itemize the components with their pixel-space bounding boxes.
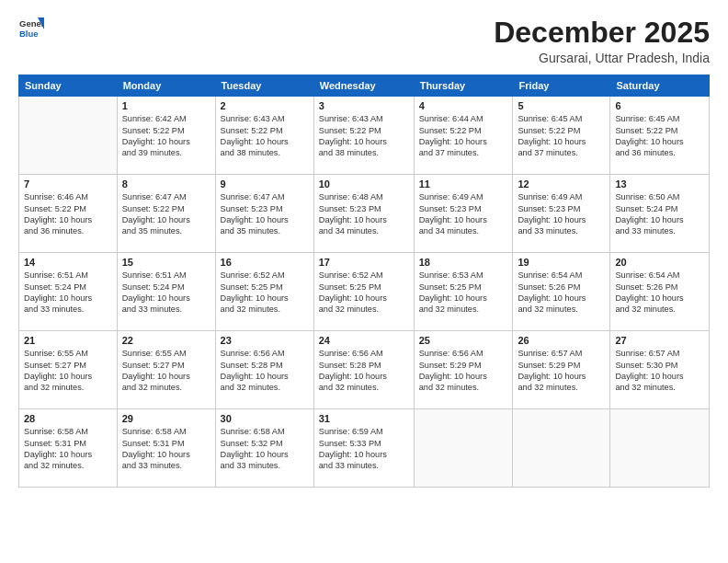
day-detail: Sunrise: 6:49 AMSunset: 5:23 PMDaylight:… [419,191,508,237]
day-detail: Sunrise: 6:57 AMSunset: 5:30 PMDaylight:… [615,348,704,394]
day-detail: Sunrise: 6:45 AMSunset: 5:22 PMDaylight:… [518,113,605,159]
table-row: 10Sunrise: 6:48 AMSunset: 5:23 PMDayligh… [313,175,414,253]
day-number: 28 [24,413,112,424]
day-number: 31 [319,413,409,424]
title-block: December 2025 Gursarai, Uttar Pradesh, I… [494,17,710,65]
day-number: 13 [615,178,704,190]
weekday-saturday: Saturday [610,75,710,97]
day-detail: Sunrise: 6:43 AMSunset: 5:22 PMDaylight:… [319,113,409,159]
weekday-tuesday: Tuesday [215,75,313,97]
day-number: 21 [24,335,112,346]
week-row-3: 14Sunrise: 6:51 AMSunset: 5:24 PMDayligh… [19,253,710,331]
day-detail: Sunrise: 6:46 AMSunset: 5:22 PMDaylight:… [24,191,112,237]
header: General Blue December 2025 Gursarai, Utt… [18,17,710,65]
table-row: 14Sunrise: 6:51 AMSunset: 5:24 PMDayligh… [19,253,118,331]
day-detail: Sunrise: 6:57 AMSunset: 5:29 PMDaylight:… [518,348,605,394]
day-number: 10 [319,178,409,190]
table-row: 28Sunrise: 6:58 AMSunset: 5:31 PMDayligh… [19,409,118,488]
table-row: 6Sunrise: 6:45 AMSunset: 5:22 PMDaylight… [610,97,710,175]
day-detail: Sunrise: 6:54 AMSunset: 5:26 PMDaylight:… [615,270,704,316]
table-row: 20Sunrise: 6:54 AMSunset: 5:26 PMDayligh… [610,253,710,331]
day-number: 20 [615,257,704,268]
month-title: December 2025 [494,17,710,49]
table-row: 27Sunrise: 6:57 AMSunset: 5:30 PMDayligh… [610,331,710,409]
table-row [513,409,610,488]
table-row: 29Sunrise: 6:58 AMSunset: 5:31 PMDayligh… [117,409,215,488]
day-number: 8 [122,178,210,190]
day-number: 25 [419,335,508,346]
table-row: 5Sunrise: 6:45 AMSunset: 5:22 PMDaylight… [513,97,610,175]
day-number: 30 [221,413,309,424]
calendar-header: SundayMondayTuesdayWednesdayThursdayFrid… [19,75,710,97]
weekday-monday: Monday [117,75,215,97]
calendar-body: 1Sunrise: 6:42 AMSunset: 5:22 PMDaylight… [19,97,710,488]
day-detail: Sunrise: 6:58 AMSunset: 5:32 PMDaylight:… [221,426,309,472]
week-row-4: 21Sunrise: 6:55 AMSunset: 5:27 PMDayligh… [19,331,710,409]
table-row: 26Sunrise: 6:57 AMSunset: 5:29 PMDayligh… [513,331,610,409]
day-detail: Sunrise: 6:52 AMSunset: 5:25 PMDaylight:… [319,270,409,316]
day-detail: Sunrise: 6:48 AMSunset: 5:23 PMDaylight:… [319,191,409,237]
table-row: 3Sunrise: 6:43 AMSunset: 5:22 PMDaylight… [313,97,414,175]
day-detail: Sunrise: 6:45 AMSunset: 5:22 PMDaylight:… [615,113,704,159]
table-row: 25Sunrise: 6:56 AMSunset: 5:29 PMDayligh… [414,331,513,409]
day-detail: Sunrise: 6:53 AMSunset: 5:25 PMDaylight:… [419,270,508,316]
week-row-1: 1Sunrise: 6:42 AMSunset: 5:22 PMDaylight… [19,97,710,175]
day-number: 7 [24,178,112,190]
day-number: 4 [419,100,508,111]
day-number: 22 [122,335,210,346]
table-row [610,409,710,488]
logo-svg: General Blue [18,17,44,42]
day-detail: Sunrise: 6:50 AMSunset: 5:24 PMDaylight:… [615,191,704,237]
table-row: 19Sunrise: 6:54 AMSunset: 5:26 PMDayligh… [513,253,610,331]
table-row: 24Sunrise: 6:56 AMSunset: 5:28 PMDayligh… [313,331,414,409]
weekday-wednesday: Wednesday [313,75,414,97]
table-row: 8Sunrise: 6:47 AMSunset: 5:22 PMDaylight… [117,175,215,253]
table-row: 21Sunrise: 6:55 AMSunset: 5:27 PMDayligh… [19,331,118,409]
table-row: 9Sunrise: 6:47 AMSunset: 5:23 PMDaylight… [215,175,313,253]
day-number: 3 [319,100,409,111]
location-subtitle: Gursarai, Uttar Pradesh, India [494,51,710,65]
day-number: 5 [518,100,605,111]
day-detail: Sunrise: 6:43 AMSunset: 5:22 PMDaylight:… [221,113,309,159]
day-number: 17 [319,257,409,268]
calendar-table: SundayMondayTuesdayWednesdayThursdayFrid… [18,75,710,488]
day-detail: Sunrise: 6:51 AMSunset: 5:24 PMDaylight:… [122,270,210,316]
table-row: 31Sunrise: 6:59 AMSunset: 5:33 PMDayligh… [313,409,414,488]
table-row: 17Sunrise: 6:52 AMSunset: 5:25 PMDayligh… [313,253,414,331]
table-row: 7Sunrise: 6:46 AMSunset: 5:22 PMDaylight… [19,175,118,253]
table-row: 2Sunrise: 6:43 AMSunset: 5:22 PMDaylight… [215,97,313,175]
table-row: 12Sunrise: 6:49 AMSunset: 5:23 PMDayligh… [513,175,610,253]
page: General Blue December 2025 Gursarai, Utt… [0,0,728,563]
day-number: 16 [221,257,309,268]
day-number: 15 [122,257,210,268]
table-row: 30Sunrise: 6:58 AMSunset: 5:32 PMDayligh… [215,409,313,488]
day-detail: Sunrise: 6:44 AMSunset: 5:22 PMDaylight:… [419,113,508,159]
day-number: 18 [419,257,508,268]
day-detail: Sunrise: 6:47 AMSunset: 5:22 PMDaylight:… [122,191,210,237]
day-number: 23 [221,335,309,346]
day-detail: Sunrise: 6:42 AMSunset: 5:22 PMDaylight:… [122,113,210,159]
day-detail: Sunrise: 6:47 AMSunset: 5:23 PMDaylight:… [221,191,309,237]
day-number: 2 [221,100,309,111]
week-row-5: 28Sunrise: 6:58 AMSunset: 5:31 PMDayligh… [19,409,710,488]
day-number: 12 [518,178,605,190]
day-detail: Sunrise: 6:55 AMSunset: 5:27 PMDaylight:… [122,348,210,394]
day-number: 11 [419,178,508,190]
logo: General Blue [18,17,44,42]
day-detail: Sunrise: 6:59 AMSunset: 5:33 PMDaylight:… [319,426,409,472]
table-row: 1Sunrise: 6:42 AMSunset: 5:22 PMDaylight… [117,97,215,175]
day-detail: Sunrise: 6:51 AMSunset: 5:24 PMDaylight:… [24,270,112,316]
day-number: 26 [518,335,605,346]
week-row-2: 7Sunrise: 6:46 AMSunset: 5:22 PMDaylight… [19,175,710,253]
day-number: 14 [24,257,112,268]
day-number: 6 [615,100,704,111]
day-detail: Sunrise: 6:55 AMSunset: 5:27 PMDaylight:… [24,348,112,394]
table-row: 22Sunrise: 6:55 AMSunset: 5:27 PMDayligh… [117,331,215,409]
weekday-thursday: Thursday [414,75,513,97]
table-row: 13Sunrise: 6:50 AMSunset: 5:24 PMDayligh… [610,175,710,253]
table-row: 15Sunrise: 6:51 AMSunset: 5:24 PMDayligh… [117,253,215,331]
day-detail: Sunrise: 6:52 AMSunset: 5:25 PMDaylight:… [221,270,309,316]
day-detail: Sunrise: 6:56 AMSunset: 5:28 PMDaylight:… [319,348,409,394]
day-number: 1 [122,100,210,111]
day-number: 29 [122,413,210,424]
